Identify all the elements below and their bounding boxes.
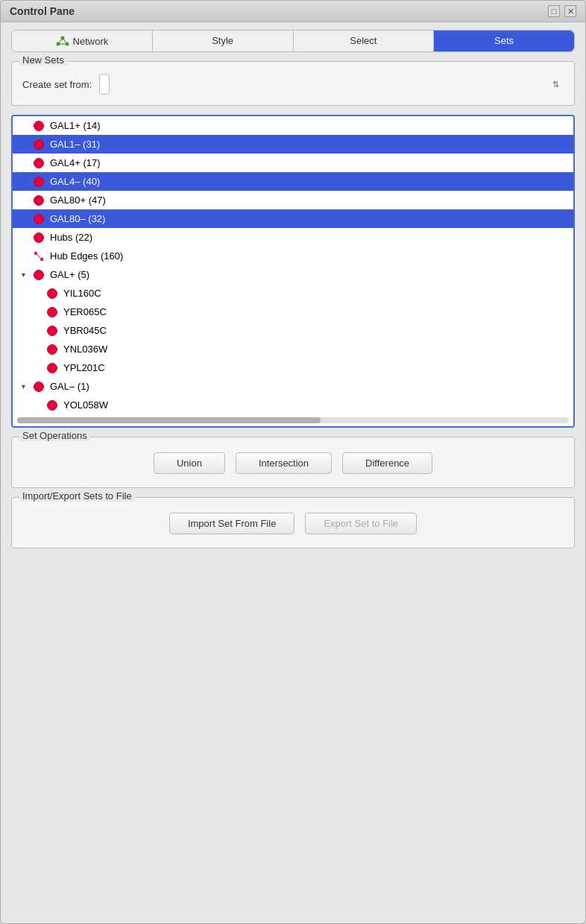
svg-line-8 xyxy=(36,253,42,259)
new-sets-legend: New Sets xyxy=(19,54,67,66)
red-dot-icon xyxy=(34,121,44,131)
svg-line-4 xyxy=(63,38,67,44)
sets-list-panel[interactable]: ▶GAL1+ (14)▶GAL1– (31)▶GAL4+ (17)▶GAL4– … xyxy=(11,115,575,428)
title-bar: Control Pane □ ✕ xyxy=(1,1,585,22)
chevron-icon: ▼ xyxy=(20,383,28,390)
red-dot-icon xyxy=(34,232,44,243)
close-button[interactable]: ✕ xyxy=(564,5,576,17)
item-label: GAL4+ (17) xyxy=(50,157,101,168)
item-label: Hub Edges (160) xyxy=(50,250,123,262)
item-label: YOL058W xyxy=(63,399,108,411)
red-dot-icon xyxy=(47,400,57,411)
intersection-button[interactable]: Intersection xyxy=(236,452,332,474)
tab-bar: Network Style Select Sets xyxy=(11,30,575,52)
chevron-icon: ▼ xyxy=(20,271,28,279)
import-export-section: Import/Export Sets to File Import Set Fr… xyxy=(11,497,575,548)
list-item-yer065c[interactable]: YER065C xyxy=(13,303,573,321)
list-item-gal1minus[interactable]: ▶GAL1– (31) xyxy=(13,135,573,154)
red-dot-icon xyxy=(47,326,57,336)
red-dot-icon xyxy=(34,177,44,187)
red-dot-icon xyxy=(47,344,57,355)
item-label: YNL036W xyxy=(63,344,107,355)
scrollbar-thumb[interactable] xyxy=(17,417,321,423)
create-set-row: Create set from: xyxy=(22,74,564,95)
set-operations-section: Set Operations Union Intersection Differ… xyxy=(11,437,575,488)
list-item-gal80minus[interactable]: ▶GAL80– (32) xyxy=(13,209,573,228)
set-operations-buttons: Union Intersection Difference xyxy=(22,452,564,474)
item-label: Hubs (22) xyxy=(50,232,92,243)
red-dot-icon xyxy=(34,158,44,168)
item-label: GAL1+ (14) xyxy=(50,120,101,131)
item-label: GAL4– (40) xyxy=(50,176,100,187)
union-button[interactable]: Union xyxy=(154,452,225,474)
red-dot-icon xyxy=(47,363,57,373)
red-dot-icon xyxy=(47,307,57,317)
import-export-buttons: Import Set From File Export Set to File xyxy=(22,513,564,534)
list-item-gal80plus[interactable]: ▶GAL80+ (47) xyxy=(13,191,573,209)
window-body: Network Style Select Sets New Sets Creat… xyxy=(1,22,585,560)
svg-line-3 xyxy=(58,38,63,44)
control-pane-window: Control Pane □ ✕ Network Style xyxy=(0,0,586,924)
network-icon xyxy=(56,35,69,47)
import-button[interactable]: Import Set From File xyxy=(169,513,294,534)
red-dot-icon xyxy=(34,139,44,150)
set-operations-legend: Set Operations xyxy=(19,430,90,441)
horizontal-scrollbar[interactable] xyxy=(17,417,569,423)
list-item-gal4plus[interactable]: ▶GAL4+ (17) xyxy=(13,154,573,172)
list-item-ypl201c[interactable]: YPL201C xyxy=(13,358,573,377)
tab-sets[interactable]: Sets xyxy=(434,31,574,51)
item-label: YIL160C xyxy=(63,288,101,299)
list-item-ynl036w[interactable]: YNL036W xyxy=(13,340,573,358)
item-label: YPL201C xyxy=(63,362,105,373)
item-label: YER065C xyxy=(63,306,107,317)
tab-select-label: Select xyxy=(350,35,377,46)
edge-icon xyxy=(34,251,44,262)
red-dot-icon xyxy=(34,214,44,224)
export-button[interactable]: Export Set to File xyxy=(305,513,417,534)
list-item-gal4minus[interactable]: ▶GAL4– (40) xyxy=(13,172,573,191)
item-label: GAL80– (32) xyxy=(50,213,105,224)
window-title: Control Pane xyxy=(10,5,75,17)
list-item-galminus[interactable]: ▼GAL– (1) xyxy=(13,377,573,396)
red-dot-icon xyxy=(34,382,44,392)
window-controls: □ ✕ xyxy=(548,5,576,17)
import-export-legend: Import/Export Sets to File xyxy=(19,490,135,501)
list-item-yol058w[interactable]: YOL058W xyxy=(13,396,573,414)
item-label: GAL– (1) xyxy=(50,381,89,392)
minimize-button[interactable]: □ xyxy=(548,5,560,17)
tab-network[interactable]: Network xyxy=(12,31,153,51)
create-set-label: Create set from: xyxy=(22,79,92,90)
list-item-yil160c[interactable]: YIL160C xyxy=(13,284,573,303)
tab-select[interactable]: Select xyxy=(294,31,435,51)
tab-style[interactable]: Style xyxy=(153,31,294,51)
list-item-hubedges[interactable]: ▶ Hub Edges (160) xyxy=(13,247,573,265)
create-set-select-wrapper xyxy=(99,74,564,95)
tab-network-label: Network xyxy=(73,36,109,47)
new-sets-section: New Sets Create set from: xyxy=(11,61,575,106)
item-label: GAL1– (31) xyxy=(50,139,100,150)
tab-style-label: Style xyxy=(212,35,233,46)
red-dot-icon xyxy=(47,288,57,299)
list-item-galplus[interactable]: ▼GAL+ (5) xyxy=(13,265,573,284)
red-dot-icon xyxy=(34,270,44,280)
red-dot-icon xyxy=(34,195,44,206)
item-label: YBR045C xyxy=(63,325,107,336)
item-label: GAL80+ (47) xyxy=(50,194,106,206)
create-set-select[interactable] xyxy=(99,74,110,95)
difference-button[interactable]: Difference xyxy=(342,452,432,474)
tab-sets-label: Sets xyxy=(494,35,514,46)
list-item-gal1plus[interactable]: ▶GAL1+ (14) xyxy=(13,116,573,135)
list-item-ybr045c[interactable]: YBR045C xyxy=(13,321,573,340)
item-label: GAL+ (5) xyxy=(50,269,89,280)
list-item-hubs[interactable]: ▶Hubs (22) xyxy=(13,228,573,247)
